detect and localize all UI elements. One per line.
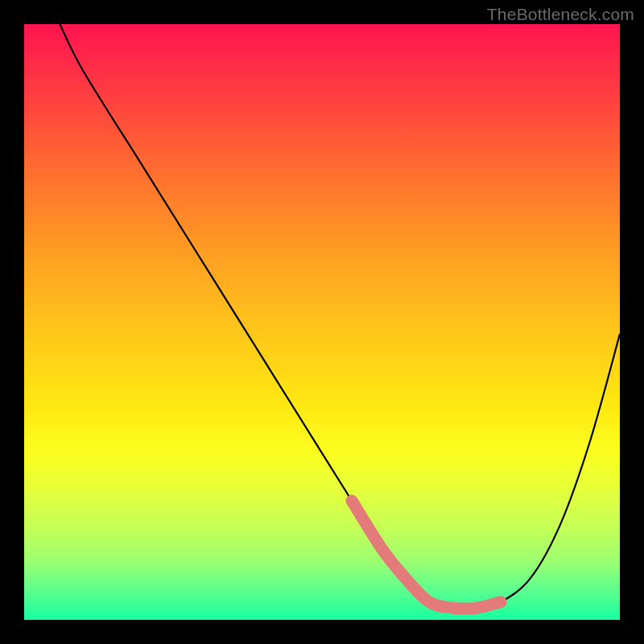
highlight-band [352, 501, 501, 609]
watermark-text: TheBottleneck.com [487, 5, 634, 24]
bottleneck-curve [60, 24, 620, 609]
curve-svg [24, 24, 620, 620]
chart-container: TheBottleneck.com [0, 0, 644, 644]
plot-area [24, 24, 620, 620]
